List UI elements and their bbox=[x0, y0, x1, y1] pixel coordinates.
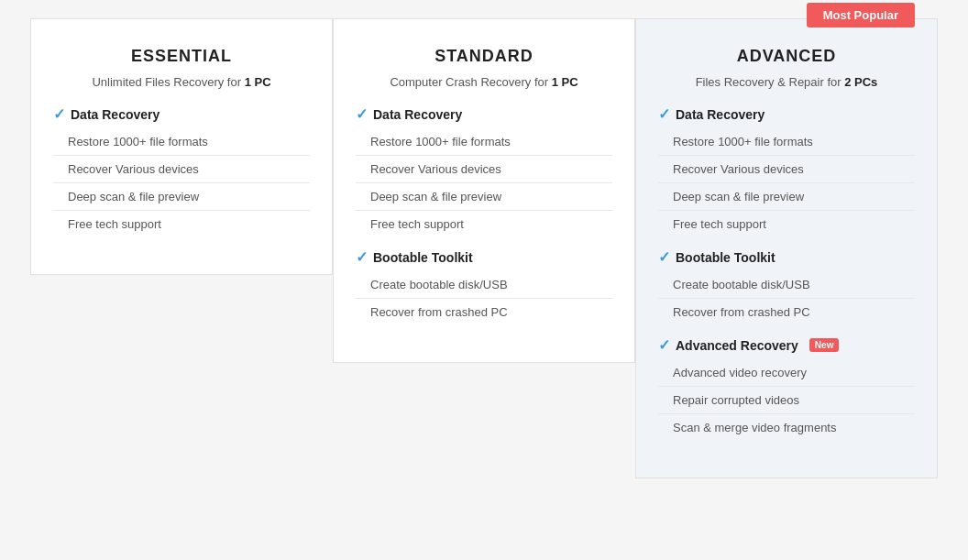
feature-header-text: Advanced Recovery bbox=[676, 338, 798, 353]
feature-item: Recover Various devices bbox=[658, 156, 915, 183]
most-popular-badge: Most Popular bbox=[807, 3, 915, 27]
feature-section-data-recovery: ✓Data RecoveryRestore 1000+ file formats… bbox=[356, 105, 612, 237]
new-badge: New bbox=[809, 338, 840, 352]
feature-header: ✓Data Recovery bbox=[53, 105, 310, 123]
feature-section-bootable-toolkit: ✓Bootable ToolkitCreate bootable disk/US… bbox=[356, 248, 612, 325]
feature-item: Repair corrupted videos bbox=[658, 387, 915, 414]
feature-item: Restore 1000+ file formats bbox=[658, 128, 915, 156]
feature-item: Restore 1000+ file formats bbox=[53, 128, 310, 156]
feature-section-data-recovery: ✓Data RecoveryRestore 1000+ file formats… bbox=[658, 105, 915, 237]
feature-item: Recover from crashed PC bbox=[658, 299, 915, 325]
plan-card-standard: STANDARDComputer Crash Recovery for 1 PC… bbox=[333, 18, 635, 363]
feature-header-text: Data Recovery bbox=[676, 107, 764, 122]
feature-item: Free tech support bbox=[53, 211, 310, 237]
feature-header: ✓Advanced RecoveryNew bbox=[658, 336, 915, 354]
feature-item: Free tech support bbox=[356, 211, 612, 237]
plan-title-advanced: ADVANCED bbox=[658, 47, 915, 66]
feature-item: Recover from crashed PC bbox=[356, 299, 612, 325]
check-icon: ✓ bbox=[356, 248, 368, 266]
feature-item: Scan & merge video fragments bbox=[658, 414, 915, 441]
plan-card-essential: ESSENTIALUnlimited Files Recovery for 1 … bbox=[30, 18, 333, 275]
plan-subtitle-standard: Computer Crash Recovery for 1 PC bbox=[356, 75, 612, 89]
feature-item: Recover Various devices bbox=[53, 156, 310, 183]
feature-item: Free tech support bbox=[658, 211, 915, 237]
feature-header: ✓Bootable Toolkit bbox=[356, 248, 612, 266]
check-icon: ✓ bbox=[53, 105, 65, 123]
check-icon: ✓ bbox=[658, 336, 670, 354]
check-icon: ✓ bbox=[658, 105, 670, 123]
feature-item: Deep scan & file preview bbox=[356, 183, 612, 211]
feature-header: ✓Data Recovery bbox=[356, 105, 612, 123]
feature-item: Deep scan & file preview bbox=[53, 183, 310, 211]
plan-subtitle-advanced: Files Recovery & Repair for 2 PCs bbox=[658, 75, 915, 89]
feature-header-text: Data Recovery bbox=[71, 107, 160, 122]
feature-item: Create bootable disk/USB bbox=[658, 271, 915, 299]
feature-item: Advanced video recovery bbox=[658, 359, 915, 387]
feature-section-bootable-toolkit: ✓Bootable ToolkitCreate bootable disk/US… bbox=[658, 248, 915, 325]
feature-item: Recover Various devices bbox=[356, 156, 612, 183]
feature-section-advanced-recovery: ✓Advanced RecoveryNewAdvanced video reco… bbox=[658, 336, 915, 441]
feature-header-text: Bootable Toolkit bbox=[373, 250, 473, 265]
feature-header-text: Bootable Toolkit bbox=[676, 250, 776, 265]
feature-header-text: Data Recovery bbox=[373, 107, 462, 122]
feature-header: ✓Bootable Toolkit bbox=[658, 248, 915, 266]
plan-title-standard: STANDARD bbox=[356, 47, 612, 66]
feature-item: Restore 1000+ file formats bbox=[356, 128, 612, 156]
check-icon: ✓ bbox=[356, 105, 368, 123]
feature-header: ✓Data Recovery bbox=[658, 105, 915, 123]
feature-section-data-recovery: ✓Data RecoveryRestore 1000+ file formats… bbox=[53, 105, 310, 237]
feature-item: Deep scan & file preview bbox=[658, 183, 915, 211]
plan-card-advanced: Most PopularADVANCEDFiles Recovery & Rep… bbox=[635, 18, 938, 478]
plan-subtitle-essential: Unlimited Files Recovery for 1 PC bbox=[53, 75, 310, 89]
plans-container: ESSENTIALUnlimited Files Recovery for 1 … bbox=[18, 18, 950, 478]
feature-item: Create bootable disk/USB bbox=[356, 271, 612, 299]
plan-title-essential: ESSENTIAL bbox=[53, 47, 310, 66]
check-icon: ✓ bbox=[658, 248, 670, 266]
